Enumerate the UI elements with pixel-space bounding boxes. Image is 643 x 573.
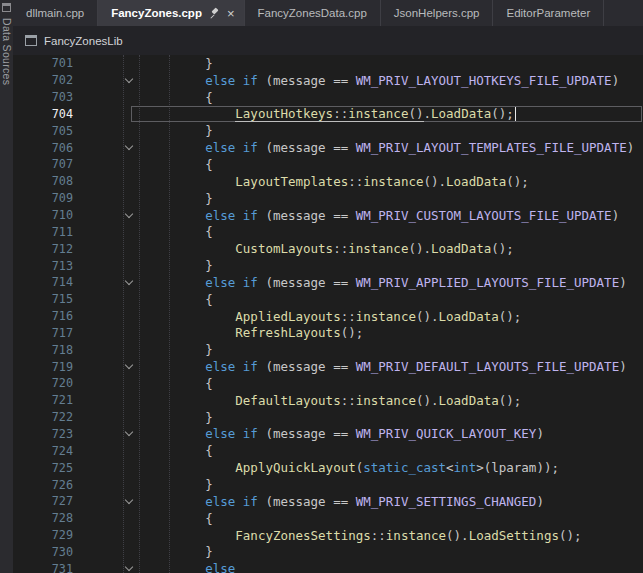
close-icon[interactable]: × xyxy=(227,7,235,20)
code-line-722[interactable]: 722 } xyxy=(13,409,643,426)
breakpoint-margin[interactable] xyxy=(13,459,47,476)
tab-fancyzonesdata-cpp[interactable]: FancyZonesData.cpp xyxy=(245,0,381,26)
breakpoint-margin[interactable] xyxy=(13,560,47,573)
code-token: ) xyxy=(619,275,627,290)
breakpoint-margin[interactable] xyxy=(13,89,47,106)
code-line-714[interactable]: 714 else if (message == WM_PRIV_APPLIED_… xyxy=(13,274,643,291)
breakpoint-margin[interactable] xyxy=(13,55,47,72)
breakpoint-margin[interactable] xyxy=(13,190,47,207)
breakpoint-margin[interactable] xyxy=(13,442,47,459)
code-token: LoadData xyxy=(439,309,499,324)
breakpoint-margin[interactable] xyxy=(13,409,47,426)
breakpoint-margin[interactable] xyxy=(13,72,47,89)
code-token xyxy=(145,208,205,223)
tab-fancyzones-cpp[interactable]: FancyZones.cpp× xyxy=(98,0,244,26)
code-line-711[interactable]: 711 { xyxy=(13,223,643,240)
tab-editorparameter[interactable]: EditorParameter xyxy=(493,0,604,26)
code-line-709[interactable]: 709 } xyxy=(13,190,643,207)
code-line-702[interactable]: 702 else if (message == WM_PRIV_LAYOUT_H… xyxy=(13,72,643,89)
code-line-724[interactable]: 724 { xyxy=(13,442,643,459)
fold-chevron-icon[interactable] xyxy=(125,496,133,504)
breakpoint-margin[interactable] xyxy=(13,392,47,409)
code-token: } xyxy=(145,477,213,492)
code-line-726[interactable]: 726 } xyxy=(13,476,643,493)
fold-chevron-icon[interactable] xyxy=(125,361,133,369)
fold-chevron-icon[interactable] xyxy=(125,563,133,571)
tab-jsonhelpers-cpp[interactable]: JsonHelpers.cpp xyxy=(381,0,494,26)
tab-label: JsonHelpers.cpp xyxy=(394,7,480,19)
code-editor[interactable]: 701 }702 else if (message == WM_PRIV_LAY… xyxy=(13,55,643,573)
breakpoint-margin[interactable] xyxy=(13,375,47,392)
code-line-720[interactable]: 720 { xyxy=(13,375,643,392)
breakpoint-margin[interactable] xyxy=(13,240,47,257)
code-line-701[interactable]: 701 } xyxy=(13,55,643,72)
code-line-727[interactable]: 727 else if (message == WM_PRIV_SETTINGS… xyxy=(13,493,643,510)
code-line-710[interactable]: 710 else if (message == WM_PRIV_CUSTOM_L… xyxy=(13,207,643,224)
line-number: 729 xyxy=(47,528,83,542)
code-line-703[interactable]: 703 { xyxy=(13,89,643,106)
breakpoint-margin[interactable] xyxy=(13,223,47,240)
breakpoint-margin[interactable] xyxy=(13,543,47,560)
code-token: message xyxy=(273,140,326,155)
code-line-728[interactable]: 728 { xyxy=(13,510,643,527)
code-token: message xyxy=(273,275,326,290)
code-line-730[interactable]: 730 } xyxy=(13,543,643,560)
left-tool-strip: Data Sources xyxy=(0,0,13,573)
breakpoint-margin[interactable] xyxy=(13,139,47,156)
code-line-707[interactable]: 707 { xyxy=(13,156,643,173)
code-line-716[interactable]: 716 AppliedLayouts::instance().LoadData(… xyxy=(13,308,643,325)
pin-icon[interactable] xyxy=(209,7,220,19)
breakpoint-margin[interactable] xyxy=(13,510,47,527)
breakpoint-margin[interactable] xyxy=(13,257,47,274)
code-line-731[interactable]: 731 else xyxy=(13,560,643,573)
code-line-718[interactable]: 718 } xyxy=(13,341,643,358)
breakpoint-margin[interactable] xyxy=(13,341,47,358)
code-line-704[interactable]: 704 LayoutHotkeys::instance().LoadData()… xyxy=(13,106,643,123)
fold-chevron-icon[interactable] xyxy=(125,428,133,436)
breakpoint-margin[interactable] xyxy=(13,207,47,224)
code-line-719[interactable]: 719 else if (message == WM_PRIV_DEFAULT_… xyxy=(13,358,643,375)
code-line-705[interactable]: 705 } xyxy=(13,122,643,139)
code-line-717[interactable]: 717 RefreshLayouts(); xyxy=(13,325,643,342)
fold-chevron-icon[interactable] xyxy=(125,209,133,217)
code-line-706[interactable]: 706 else if (message == WM_PRIV_LAYOUT_T… xyxy=(13,139,643,156)
line-number: 726 xyxy=(47,478,83,492)
breakpoint-margin[interactable] xyxy=(13,426,47,443)
code-text: else xyxy=(141,561,235,573)
code-line-725[interactable]: 725 ApplyQuickLayout(static_cast<int>(lp… xyxy=(13,459,643,476)
code-token xyxy=(145,241,235,256)
code-line-723[interactable]: 723 else if (message == WM_PRIV_QUICK_LA… xyxy=(13,426,643,443)
code-line-715[interactable]: 715 { xyxy=(13,291,643,308)
code-token: { xyxy=(145,511,213,526)
code-line-708[interactable]: 708 LayoutTemplates::instance().LoadData… xyxy=(13,173,643,190)
breakpoint-margin[interactable] xyxy=(13,106,47,123)
fold-chevron-icon[interactable] xyxy=(125,277,133,285)
code-line-713[interactable]: 713 } xyxy=(13,257,643,274)
fold-chevron-icon[interactable] xyxy=(125,75,133,83)
breakpoint-margin[interactable] xyxy=(13,173,47,190)
breakpoint-margin[interactable] xyxy=(13,493,47,510)
breakpoint-margin[interactable] xyxy=(13,308,47,325)
code-token: ( xyxy=(258,275,273,290)
breakpoint-margin[interactable] xyxy=(13,122,47,139)
breakpoint-margin[interactable] xyxy=(13,274,47,291)
navigation-bar: FancyZonesLib xyxy=(13,26,643,55)
fold-chevron-icon[interactable] xyxy=(125,142,133,150)
code-line-712[interactable]: 712 CustomLayouts::instance().LoadData()… xyxy=(13,240,643,257)
code-token: :: xyxy=(341,309,356,324)
code-text: else if (message == WM_PRIV_DEFAULT_LAYO… xyxy=(141,359,627,374)
sidebar-item-data-sources[interactable]: Data Sources xyxy=(1,18,13,85)
code-line-721[interactable]: 721 DefaultLayouts::instance().LoadData(… xyxy=(13,392,643,409)
breakpoint-margin[interactable] xyxy=(13,325,47,342)
code-text: { xyxy=(141,224,213,239)
code-token: >( xyxy=(476,460,491,475)
breakpoint-margin[interactable] xyxy=(13,527,47,544)
code-line-729[interactable]: 729 FancyZonesSettings::instance().LoadS… xyxy=(13,527,643,544)
project-dropdown[interactable]: FancyZonesLib xyxy=(44,35,123,47)
tab-dllmain-cpp[interactable]: dllmain.cpp xyxy=(13,0,98,26)
breakpoint-margin[interactable] xyxy=(13,476,47,493)
breakpoint-margin[interactable] xyxy=(13,156,47,173)
breakpoint-margin[interactable] xyxy=(13,358,47,375)
code-token: lparam xyxy=(491,460,536,475)
breakpoint-margin[interactable] xyxy=(13,291,47,308)
